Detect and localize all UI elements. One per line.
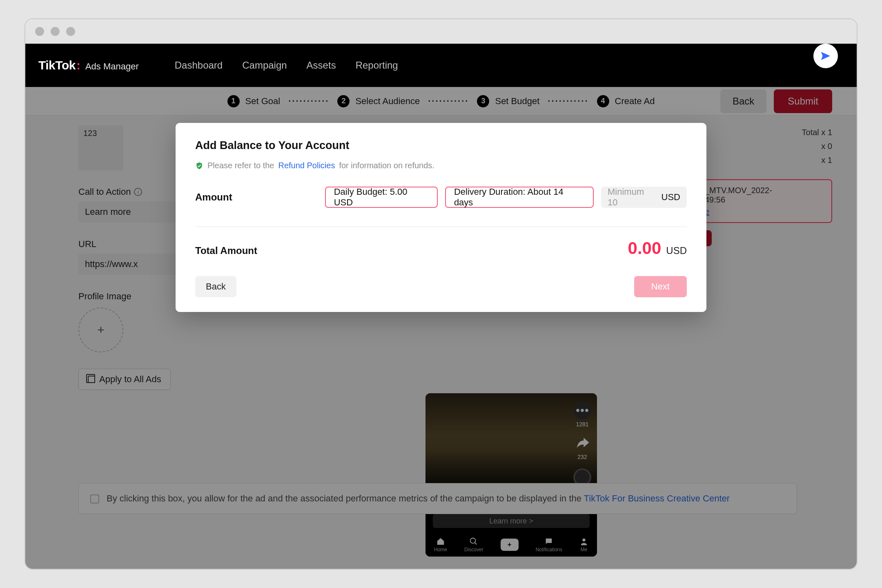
nav-dashboard[interactable]: Dashboard: [175, 60, 223, 71]
window-dot[interactable]: [51, 27, 60, 36]
total-label: Total Amount: [195, 245, 257, 256]
browser-window: TikTok : Ads Manager Dashboard Campaign …: [24, 18, 858, 570]
add-balance-modal: Add Balance to Your Account Please refer…: [176, 123, 706, 312]
amount-input[interactable]: Minimum 10 USD: [601, 187, 687, 208]
amount-label: Amount: [195, 192, 318, 203]
delivery-duration-pill[interactable]: Delivery Duration: About 14 days: [445, 187, 594, 208]
brand-subtitle: Ads Manager: [85, 61, 139, 72]
nav-links: Dashboard Campaign Assets Reporting: [175, 60, 398, 71]
send-icon: [820, 50, 832, 62]
divider: [195, 227, 687, 227]
window-titlebar: [25, 19, 857, 44]
brand-logo: TikTok: [38, 58, 76, 72]
amount-placeholder: Minimum 10: [608, 187, 656, 208]
app-root: TikTok : Ads Manager Dashboard Campaign …: [25, 44, 857, 569]
amount-currency: USD: [662, 192, 680, 203]
daily-budget-pill[interactable]: Daily Budget: 5.00 USD: [325, 187, 438, 208]
brand-colon: :: [76, 58, 80, 72]
nav-campaign[interactable]: Campaign: [242, 60, 287, 71]
amount-row: Amount Daily Budget: 5.00 USD Delivery D…: [195, 187, 687, 208]
modal-back-button[interactable]: Back: [195, 276, 236, 297]
total-currency: USD: [666, 245, 687, 256]
window-dot[interactable]: [35, 27, 44, 36]
total-amount-value: 0.00: [628, 238, 662, 258]
modal-footer: Back Next: [195, 276, 687, 297]
total-row: Total Amount 0.00 USD: [195, 238, 687, 258]
refund-info: Please refer to the Refund Policies for …: [195, 161, 687, 170]
nav-assets[interactable]: Assets: [307, 60, 336, 71]
brand: TikTok : Ads Manager: [38, 58, 139, 72]
modal-title: Add Balance to Your Account: [195, 139, 687, 152]
refund-policies-link[interactable]: Refund Policies: [278, 161, 335, 170]
top-nav: TikTok : Ads Manager Dashboard Campaign …: [25, 44, 857, 87]
help-fab[interactable]: [813, 44, 838, 68]
nav-reporting[interactable]: Reporting: [356, 60, 398, 71]
modal-next-button[interactable]: Next: [634, 276, 687, 297]
window-dot[interactable]: [66, 27, 75, 36]
shield-icon: [195, 162, 203, 170]
